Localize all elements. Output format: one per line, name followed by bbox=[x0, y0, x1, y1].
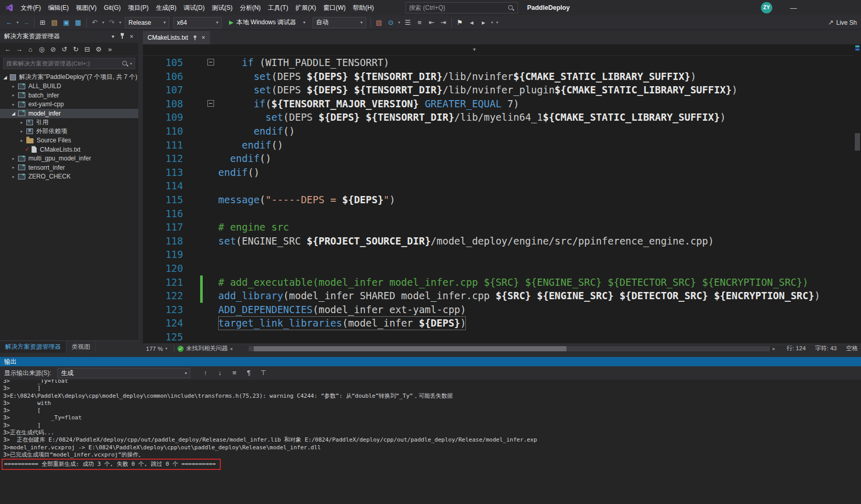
dropdown-chevron-icon[interactable]: ▾ bbox=[490, 16, 495, 29]
vertical-scrollbar-thumb[interactable] bbox=[855, 133, 860, 151]
word-wrap-icon[interactable]: ¶ bbox=[243, 367, 254, 379]
expander-icon[interactable]: ▸ bbox=[10, 93, 17, 97]
expander-icon[interactable]: ▸ bbox=[10, 174, 17, 179]
editor-vertical-scrollbar[interactable] bbox=[854, 44, 861, 344]
bookmark-icon[interactable]: ⚑ bbox=[454, 16, 465, 29]
new-project-icon[interactable]: ⊞ bbox=[37, 16, 48, 29]
bookmark-prev-icon[interactable]: ◂ bbox=[466, 16, 477, 29]
code-line[interactable]: 108− if(${TENSORRT_MAJOR_VERSION} GREATE… bbox=[143, 97, 854, 111]
code-line[interactable]: 115message("-----DEPS = ${DEPS}") bbox=[143, 193, 854, 207]
bookmark-next-icon[interactable]: ▸ bbox=[478, 16, 489, 29]
fold-collapse-icon[interactable]: − bbox=[207, 100, 214, 107]
menu-item[interactable]: 生成(B) bbox=[152, 0, 180, 15]
code-line[interactable]: 118set(ENGINE_SRC ${PROJECT_SOURCE_DIR}/… bbox=[143, 234, 854, 248]
tree-item[interactable]: ◢model_infer bbox=[0, 109, 138, 118]
tab-solution-explorer[interactable]: 解决方案资源管理器 bbox=[0, 341, 67, 353]
live-share-button[interactable]: ↗ Live Sh bbox=[828, 19, 857, 26]
code-line[interactable]: 112 endif() bbox=[143, 152, 854, 166]
dropdown-chevron-icon[interactable]: ▾ bbox=[495, 16, 500, 29]
navigation-bar[interactable]: ▾ bbox=[143, 44, 861, 56]
list-members-icon[interactable]: ≡ bbox=[414, 16, 425, 29]
code-line[interactable]: 121# add_executable(model_infer model_in… bbox=[143, 275, 854, 289]
expander-icon[interactable]: ◢ bbox=[10, 111, 17, 116]
horizontal-scrollbar-thumb[interactable] bbox=[254, 346, 566, 351]
attach-process-icon[interactable]: ▧ bbox=[373, 16, 384, 29]
sync-with-active-document-icon[interactable]: ↺ bbox=[59, 43, 70, 56]
document-health-indicator[interactable]: 未找到相关问题 bbox=[177, 345, 228, 352]
output-source-combo[interactable]: 生成 ▾ bbox=[57, 368, 190, 378]
forward-icon[interactable]: → bbox=[13, 43, 25, 56]
dropdown-chevron-icon[interactable]: ▾ bbox=[15, 16, 20, 29]
menu-item[interactable]: 扩展(X) bbox=[292, 0, 320, 15]
navigate-back-icon[interactable]: ← bbox=[4, 16, 14, 29]
overflow-icon[interactable]: » bbox=[104, 43, 116, 56]
fold-collapse-icon[interactable]: − bbox=[207, 59, 214, 66]
code-line[interactable]: 107 set(DEPS ${DEPS} ${TENSORRT_DIR}/lib… bbox=[143, 83, 854, 97]
refresh-icon[interactable]: ↻ bbox=[70, 43, 82, 56]
editor-horizontal-scrollbar[interactable] bbox=[249, 346, 770, 351]
scroll-right-icon[interactable]: ▸ bbox=[773, 346, 775, 351]
output-panel-header[interactable]: 输出 bbox=[0, 357, 861, 366]
tree-item[interactable]: ▸外部依赖项 bbox=[0, 127, 138, 136]
code-line[interactable]: 110 endif() bbox=[143, 124, 854, 138]
expander-icon[interactable]: ▸ bbox=[19, 138, 25, 143]
back-icon[interactable]: ← bbox=[2, 43, 13, 56]
user-avatar[interactable]: ZY bbox=[761, 2, 772, 13]
collapse-all-icon[interactable]: ⊟ bbox=[82, 43, 93, 56]
zoom-select[interactable]: 177 % ▾ bbox=[146, 346, 171, 352]
auto-combo[interactable]: 自动▾ bbox=[313, 17, 366, 28]
start-debug-button[interactable]: ▶本地 Windows 调试器▾ bbox=[225, 17, 310, 29]
menu-item[interactable]: 帮助(H) bbox=[349, 0, 378, 15]
code-line[interactable]: 119 bbox=[143, 248, 854, 262]
expander-icon[interactable]: ▸ bbox=[10, 84, 17, 89]
tree-item[interactable]: ▸tensorrt_infer bbox=[0, 163, 138, 172]
indent-decrease-icon[interactable]: ⇤ bbox=[426, 16, 437, 29]
expander-icon[interactable]: ▸ bbox=[10, 165, 17, 170]
code-line[interactable]: 125 bbox=[143, 330, 854, 344]
save-all-icon[interactable]: ▦ bbox=[73, 16, 84, 29]
platform-combo[interactable]: x64▾ bbox=[173, 17, 222, 28]
tab-class-view[interactable]: 类视图 bbox=[67, 341, 96, 353]
minimize-button[interactable]: — bbox=[786, 4, 801, 12]
indent-increase-icon[interactable]: ⇥ bbox=[438, 16, 449, 29]
code-line[interactable]: 116 bbox=[143, 207, 854, 221]
expander-icon[interactable]: ▸ bbox=[19, 129, 25, 134]
code-line[interactable]: 124target_link_libraries(model_infer ${D… bbox=[143, 316, 854, 330]
close-icon[interactable]: × bbox=[127, 33, 136, 40]
menu-item[interactable]: Git(G) bbox=[100, 0, 124, 15]
tree-item[interactable]: ▸ZERO_CHECK bbox=[0, 172, 138, 182]
menu-item[interactable]: 文件(F) bbox=[17, 0, 44, 15]
menu-item[interactable]: 视图(V) bbox=[72, 0, 100, 15]
panel-splitter[interactable] bbox=[0, 353, 861, 357]
tree-item[interactable]: ▸ext-yaml-cpp bbox=[0, 100, 138, 109]
menu-item[interactable]: 工具(T) bbox=[264, 0, 291, 15]
menu-item[interactable]: 编辑(E) bbox=[44, 0, 72, 15]
scroll-left-icon[interactable]: ◂ bbox=[230, 346, 232, 351]
redo-icon[interactable]: ↷ bbox=[106, 16, 117, 29]
code-line[interactable]: 122add_library(model_infer SHARED model_… bbox=[143, 289, 854, 303]
tree-item[interactable]: ✓CMakeLists.txt bbox=[0, 145, 138, 154]
undo-icon[interactable]: ↶ bbox=[89, 16, 100, 29]
outline-icon[interactable]: ☰ bbox=[402, 16, 413, 29]
code-line[interactable]: 106 set(DEPS ${DEPS} ${TENSORRT_DIR}/lib… bbox=[143, 70, 854, 84]
tree-item[interactable]: ◢解决方案"PaddleDeploy"(7 个项目, 共 7 个) bbox=[0, 73, 138, 82]
tree-item[interactable]: ▸引用 bbox=[0, 118, 138, 127]
code-line[interactable]: 105− if (WITH_PADDLE_TENSORRT) bbox=[143, 56, 854, 70]
editor-tab-cmakelists[interactable]: CMakeLists.txt × bbox=[143, 31, 210, 44]
pin-icon[interactable] bbox=[193, 35, 197, 40]
output-content[interactable]: 3> _Ty=float3> ]3>E:\0824\PaddleX\deploy… bbox=[0, 380, 861, 504]
menu-item[interactable]: 窗口(W) bbox=[320, 0, 349, 15]
goto-prev-message-icon[interactable]: ↑ bbox=[200, 367, 211, 379]
chevron-down-icon[interactable]: ▾ bbox=[473, 46, 476, 52]
goto-next-message-icon[interactable]: ↓ bbox=[214, 367, 225, 379]
pin-output-icon[interactable]: ⊤ bbox=[257, 367, 269, 379]
clear-all-icon[interactable]: ≡ bbox=[229, 367, 240, 379]
close-icon[interactable]: × bbox=[202, 34, 205, 41]
expander-icon[interactable]: ▸ bbox=[19, 120, 25, 125]
quick-search-box[interactable]: 搜索 (Ctrl+Q) bbox=[405, 2, 518, 13]
menu-item[interactable]: 项目(P) bbox=[124, 0, 152, 15]
dropdown-chevron-icon[interactable]: ▾ bbox=[118, 16, 123, 29]
code-line[interactable]: 114 bbox=[143, 179, 854, 193]
menu-item[interactable]: 测试(S) bbox=[208, 0, 236, 15]
code-line[interactable]: 120 bbox=[143, 262, 854, 275]
